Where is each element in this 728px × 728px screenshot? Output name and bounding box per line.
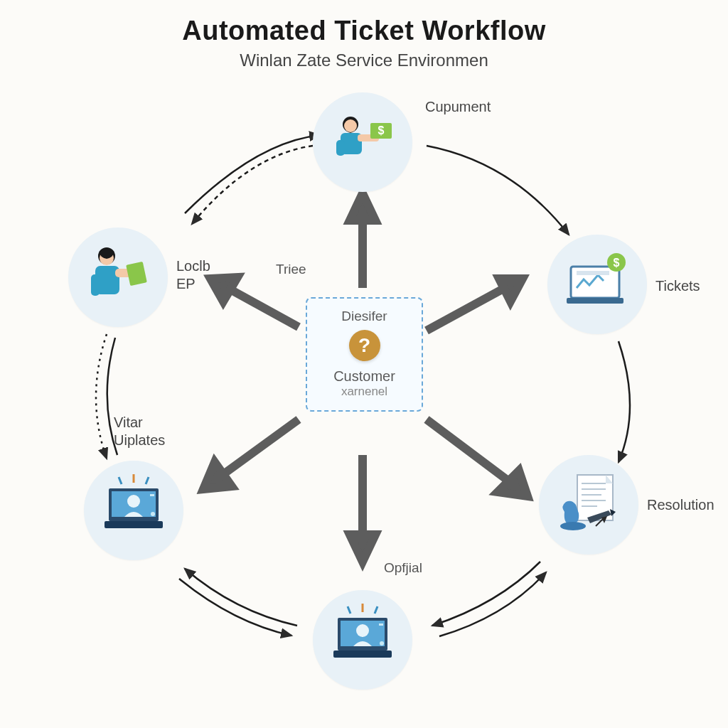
svg-marker-3 bbox=[499, 279, 523, 301]
svg-line-35 bbox=[375, 606, 378, 614]
laptop-ticket-icon: $ bbox=[558, 245, 636, 323]
svg-marker-9 bbox=[203, 462, 232, 489]
svg-rect-41 bbox=[379, 623, 383, 626]
svg-line-44 bbox=[146, 477, 149, 484]
node-vitar bbox=[84, 461, 183, 560]
svg-point-30 bbox=[560, 522, 586, 530]
svg-marker-1 bbox=[350, 193, 375, 220]
svg-rect-54 bbox=[91, 274, 100, 296]
label-tickets: Tickets bbox=[655, 277, 700, 295]
diagram-canvas: Diesifer ? Customer xarnenel Triee Opfji… bbox=[0, 0, 728, 728]
label-loclb: Loclb EP bbox=[176, 257, 210, 293]
node-resolution bbox=[539, 455, 638, 555]
svg-text:$: $ bbox=[378, 124, 385, 136]
inner-label-triee: Triee bbox=[276, 262, 306, 277]
label-resolution: Resolution bbox=[647, 496, 714, 514]
svg-rect-56 bbox=[126, 262, 147, 286]
label-vitar: Vitar Uiplates bbox=[114, 414, 165, 449]
document-resolution-icon bbox=[546, 462, 631, 547]
svg-rect-50 bbox=[150, 494, 154, 496]
svg-line-42 bbox=[119, 477, 122, 484]
svg-line-4 bbox=[427, 419, 512, 483]
laptop-video-icon-2 bbox=[95, 471, 173, 550]
person-money-icon: $ bbox=[323, 103, 402, 181]
svg-marker-11 bbox=[210, 277, 237, 301]
question-mark-icon: ? bbox=[349, 330, 380, 361]
inner-label-opfjial: Opfjial bbox=[384, 560, 422, 576]
svg-point-40 bbox=[380, 641, 384, 646]
node-cupument: $ bbox=[313, 92, 412, 192]
svg-rect-48 bbox=[105, 521, 163, 528]
svg-point-38 bbox=[356, 624, 369, 637]
node-tickets: $ bbox=[547, 235, 647, 334]
center-bot-label: xarnenel bbox=[321, 385, 407, 399]
svg-line-33 bbox=[348, 606, 350, 614]
center-top-label: Diesifer bbox=[321, 309, 407, 324]
laptop-video-icon bbox=[323, 601, 402, 679]
svg-text:$: $ bbox=[614, 257, 620, 269]
label-cupument: Cupument bbox=[425, 98, 491, 116]
svg-point-47 bbox=[127, 495, 140, 508]
svg-line-10 bbox=[228, 288, 299, 327]
svg-point-49 bbox=[151, 512, 155, 516]
svg-point-13 bbox=[344, 119, 357, 132]
svg-marker-7 bbox=[350, 535, 375, 562]
svg-rect-15 bbox=[336, 140, 345, 156]
node-loclb bbox=[68, 228, 168, 327]
person-paper-icon bbox=[75, 235, 161, 320]
svg-rect-39 bbox=[333, 651, 392, 658]
center-customer-box: Diesifer ? Customer xarnenel bbox=[306, 297, 423, 412]
svg-line-2 bbox=[427, 288, 505, 331]
svg-rect-20 bbox=[567, 298, 623, 304]
center-mid-label: Customer bbox=[321, 368, 407, 385]
svg-rect-21 bbox=[577, 271, 609, 275]
svg-marker-5 bbox=[498, 471, 528, 496]
svg-line-8 bbox=[220, 419, 299, 476]
node-bottom bbox=[313, 590, 412, 690]
